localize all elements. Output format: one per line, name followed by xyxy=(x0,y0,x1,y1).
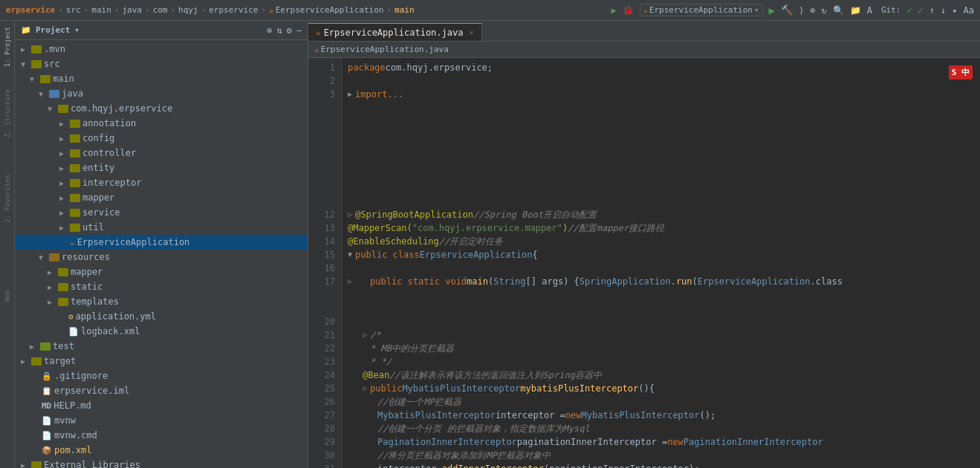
tree-item-gitignore[interactable]: 🔒 .gitignore xyxy=(15,368,308,383)
sidebar-tab-favorites[interactable]: 2: Favorites xyxy=(2,172,13,226)
label-src: src xyxy=(44,59,60,69)
arrow-mapper: ▶ xyxy=(59,194,70,202)
arrow-java: ▼ xyxy=(39,90,49,98)
breadcrumb-main-method[interactable]: main xyxy=(395,5,415,15)
tree-item-static[interactable]: ▶ static xyxy=(15,279,308,294)
project-tree: ▶ .mvn ▼ src ▼ main ▼ xyxy=(15,40,308,468)
panel-scroll-icon[interactable]: ⇅ xyxy=(276,25,282,36)
code-line-29: PaginationInnerInterceptor paginationInn… xyxy=(348,435,974,449)
tree-item-iml[interactable]: 📋 erpservice.iml xyxy=(15,383,308,398)
folder-icon-test xyxy=(40,342,51,351)
tree-item-application[interactable]: ⚙ application.yml xyxy=(15,309,308,324)
commit-icon[interactable]: 📁 xyxy=(850,5,861,16)
breadcrumb-com[interactable]: com xyxy=(153,5,168,15)
label-help: HELP.md xyxy=(53,400,91,411)
label-mapper-res: mapper xyxy=(71,267,103,277)
tree-item-entity[interactable]: ▶ entity xyxy=(15,160,308,175)
folder-icon-static xyxy=(58,283,68,291)
label-interceptor: interceptor xyxy=(82,178,141,188)
tree-item-main[interactable]: ▼ main xyxy=(15,71,308,86)
breadcrumb-main[interactable]: main xyxy=(91,5,111,15)
arrow-mvn: ▶ xyxy=(21,45,31,53)
git-icon4: Aa xyxy=(964,5,974,16)
sidebar-icons: 1: Project Z: Structure 2: Favorites Web xyxy=(0,21,15,468)
tree-item-mvn[interactable]: ▶ .mvn xyxy=(15,42,308,56)
tree-item-interceptor[interactable]: ▶ interceptor xyxy=(15,175,308,190)
search-icon[interactable]: 🔍 xyxy=(833,5,844,16)
arrow-extlib: ▶ xyxy=(21,461,31,469)
code-editor[interactable]: package com.hqyj.erpservice; ▶ import ..… xyxy=(342,58,980,468)
tree-item-test[interactable]: ▶ test xyxy=(15,339,308,354)
tree-item-resources[interactable]: ▼ resources xyxy=(15,250,308,264)
sidebar-tab-structure[interactable]: Z: Structure xyxy=(2,86,13,140)
tree-item-mapper[interactable]: ▶ mapper xyxy=(15,190,308,205)
bc-sep5: › xyxy=(170,5,175,15)
tree-item-config[interactable]: ▶ config xyxy=(15,131,308,146)
label-java: java xyxy=(62,88,83,99)
tab-erpapp[interactable]: ☕ ErpserviceApplication.java ✕ xyxy=(308,23,482,41)
breadcrumb-erpapp[interactable]: ☕ EerpserviceApplication xyxy=(269,5,383,15)
label-mapper: mapper xyxy=(82,192,114,203)
tree-item-mvnw[interactable]: 📄 mvnw xyxy=(15,413,308,428)
panel-add-icon[interactable]: ⊕ xyxy=(267,25,272,36)
arrow-test: ▶ xyxy=(30,342,40,351)
breadcrumb-erpservice[interactable]: erpservice xyxy=(6,5,55,15)
tree-item-mapper-res[interactable]: ▶ mapper xyxy=(15,264,308,279)
arrow-com: ▼ xyxy=(48,105,58,113)
tree-item-erpapp[interactable]: ☕ ErpserviceApplication xyxy=(15,235,308,250)
tab-close-button[interactable]: ✕ xyxy=(469,28,473,36)
debug-icon[interactable]: 🐞 xyxy=(623,5,634,16)
bc-sep1: › xyxy=(58,5,63,15)
tree-item-logback[interactable]: 📄 logback.xml xyxy=(15,324,308,339)
panel-gear-icon[interactable]: ⚙ xyxy=(287,25,292,36)
arrow-interceptor: ▶ xyxy=(59,179,70,187)
editor-area: ☕ ErpserviceApplication.java ✕ ☕ Erpserv… xyxy=(308,21,980,468)
sidebar-tab-web[interactable]: Web xyxy=(2,287,13,305)
breadcrumb-erpservice2[interactable]: erpservice xyxy=(209,5,258,15)
tab-bar: ☕ ErpserviceApplication.java ✕ xyxy=(308,21,980,42)
run-button[interactable]: ▶ xyxy=(769,4,775,16)
git-icon1: ↑ xyxy=(929,5,935,16)
tree-item-pom[interactable]: 📦 pom.xml xyxy=(15,443,308,458)
arrow-templates: ▶ xyxy=(48,298,58,306)
tree-item-help[interactable]: MD HELP.md xyxy=(15,398,308,413)
tree-item-util[interactable]: ▶ util xyxy=(15,220,308,235)
tree-item-extlib[interactable]: ▶ External Libraries xyxy=(15,458,308,468)
panel-dropdown-arrow[interactable]: ▾ xyxy=(74,25,79,35)
editor-wrapper: S 中 ☕ ErpserviceApplication.java ✕ ☕ Erp… xyxy=(308,21,980,468)
tree-item-src[interactable]: ▼ src xyxy=(15,56,308,71)
folder-icon-util xyxy=(70,224,80,232)
tree-item-target[interactable]: ▶ target xyxy=(15,354,308,368)
tree-item-mvnwcmd[interactable]: 📄 mvnw.cmd xyxy=(15,428,308,443)
sogou-ime-indicator[interactable]: S 中 xyxy=(949,65,973,79)
folder-icon-entity xyxy=(70,164,80,172)
translate-icon[interactable]: A xyxy=(867,5,872,16)
git-icon2: ↓ xyxy=(941,5,946,16)
folder-icon-java xyxy=(49,90,59,98)
run-config-dropdown[interactable]: ☕ ErpserviceApplication ▾ xyxy=(640,4,763,16)
step-over-icon[interactable]: ⟩ xyxy=(799,5,804,16)
tree-item-com[interactable]: ▼ com.hqyj.erpservice xyxy=(15,101,308,116)
label-static: static xyxy=(71,282,103,292)
vcs-icon[interactable]: ▶ xyxy=(611,5,617,16)
breadcrumb-hqyj[interactable]: hqyj xyxy=(178,5,198,15)
label-util: util xyxy=(82,222,104,233)
code-line-blank19 xyxy=(348,302,974,315)
tree-item-controller[interactable]: ▶ controller xyxy=(15,146,308,160)
more-icon[interactable]: ⊕ xyxy=(810,5,815,16)
tree-item-service[interactable]: ▶ service xyxy=(15,205,308,220)
tree-item-annotation[interactable]: ▶ annotation xyxy=(15,116,308,131)
label-erpapp: ErpserviceApplication xyxy=(77,237,190,247)
breadcrumb-java[interactable]: java xyxy=(122,5,142,15)
sidebar-tab-project[interactable]: 1: Project xyxy=(2,24,13,70)
breadcrumb-src[interactable]: src xyxy=(66,5,81,15)
update-icon[interactable]: ↻ xyxy=(821,5,826,16)
code-line-1: package com.hqyj.erpservice; xyxy=(348,61,974,74)
icon-iml: 📋 xyxy=(42,386,52,396)
java-icon-erpapp: ☕ xyxy=(70,238,75,247)
tree-item-java[interactable]: ▼ java xyxy=(15,86,308,101)
code-line-blank5 xyxy=(348,155,974,168)
panel-minimize-icon[interactable]: − xyxy=(296,25,302,36)
build-icon[interactable]: 🔨 xyxy=(781,4,793,16)
tree-item-templates[interactable]: ▶ templates xyxy=(15,294,308,309)
